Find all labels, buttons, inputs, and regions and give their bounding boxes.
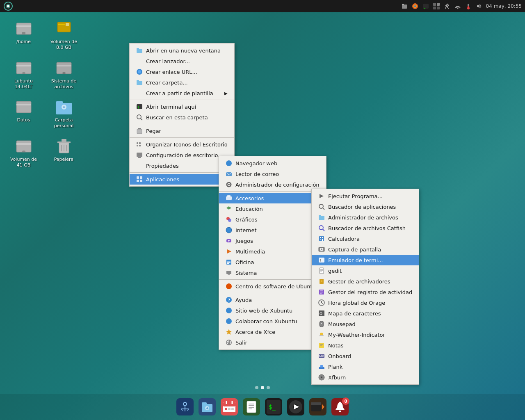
- svg-point-88: [226, 308, 232, 313]
- icon-label-personal: Carpeta personal: [48, 117, 80, 129]
- submenu-system[interactable]: Sistema ▶: [219, 267, 326, 278]
- acc-gedit[interactable]: gedit: [312, 265, 419, 276]
- acc-calculator[interactable]: Calculadora: [312, 233, 419, 244]
- acc-file-manager[interactable]: Administrador de archivos: [312, 212, 419, 223]
- submenu-graphics[interactable]: Gráficos ▶: [219, 214, 326, 225]
- taskbar-calendar[interactable]: [219, 397, 240, 417]
- svg-text:$_: $_: [137, 106, 141, 109]
- menu-create-folder[interactable]: Crear carpeta...: [130, 77, 234, 88]
- temperature-icon[interactable]: [465, 2, 472, 10]
- svg-rect-12: [437, 7, 440, 9]
- svg-rect-104: [322, 239, 323, 241]
- desktop-icon-home[interactable]: /home: [6, 16, 41, 52]
- acc-weather[interactable]: My-Weather-Indicator: [312, 329, 419, 340]
- taskbar-anchor[interactable]: [175, 397, 195, 417]
- svg-rect-65: [140, 180, 142, 182]
- submenu-logout[interactable]: Salir: [219, 337, 326, 348]
- submenu-mail[interactable]: Lector de correo: [219, 169, 326, 179]
- svg-rect-155: [225, 408, 227, 410]
- firefox-icon[interactable]: [411, 2, 419, 10]
- menu-create-launcher[interactable]: Crear lanzador...: [130, 56, 234, 66]
- desktop-icon-vol41gb[interactable]: Volumen de 41 GB: [6, 134, 41, 170]
- datetime-display: 04 may, 20:55: [486, 3, 522, 9]
- submenu-internet[interactable]: Internet ▶: [219, 225, 326, 235]
- taskbar-files[interactable]: [197, 397, 217, 417]
- icon-label-datos: Datos: [17, 117, 30, 123]
- acc-activity-log[interactable]: Gestor del registro de actividad: [312, 287, 419, 297]
- menu-search[interactable]: Buscar en esta carpeta: [130, 112, 234, 123]
- taskbar-media[interactable]: [285, 397, 306, 417]
- workspace-dot-1[interactable]: [255, 386, 258, 389]
- desktop-icon-lubuntu[interactable]: Lubuntu 14.04LT: [6, 56, 41, 92]
- taskbar-video[interactable]: [308, 397, 328, 417]
- menu-create-template[interactable]: Crear a partir de plantilla ▶: [130, 88, 234, 98]
- svg-point-66: [226, 160, 232, 166]
- desktop-icon-datos[interactable]: Datos: [6, 95, 41, 131]
- desktop-icon-trash[interactable]: Papelera: [46, 134, 81, 170]
- acc-xfburn[interactable]: Xfburn: [312, 372, 419, 383]
- acc-catfish[interactable]: Buscador de archivos Catfish: [312, 223, 419, 233]
- acc-orage[interactable]: Hora global de Orage: [312, 297, 419, 308]
- desktop: _: [0, 0, 525, 420]
- xubuntu-logo[interactable]: [3, 1, 13, 11]
- desktop-icon-personal[interactable]: Carpeta personal: [46, 95, 81, 131]
- panel-left: [3, 1, 13, 11]
- submenu-xubuntu-web[interactable]: Sitio web de Xubuntu: [219, 305, 326, 316]
- panel-right: _: [401, 2, 522, 10]
- workspace-dot-3[interactable]: [267, 386, 270, 389]
- workspace-dot-2[interactable]: [261, 386, 264, 389]
- svg-rect-25: [16, 65, 31, 66]
- svg-rect-132: [319, 355, 320, 356]
- files-icon[interactable]: [401, 2, 408, 10]
- menu-paste[interactable]: Pegar: [130, 126, 234, 136]
- submenu-games[interactable]: Juegos ▶: [219, 235, 326, 246]
- acc-notas[interactable]: Notas: [312, 340, 419, 351]
- desktop-icon-vol8gb[interactable]: Volumen de 8,0 GB: [46, 16, 81, 52]
- acc-terminal[interactable]: $_ Emulador de termi...: [312, 255, 419, 265]
- network-icon[interactable]: [454, 2, 461, 10]
- svg-rect-84: [228, 274, 230, 275]
- svg-rect-148: [202, 402, 207, 405]
- submenu-help[interactable]: ? Ayuda: [219, 294, 326, 305]
- menu-create-url[interactable]: Crear enlace URL...: [130, 66, 234, 77]
- svg-point-26: [22, 72, 25, 74]
- menu-organize[interactable]: Organizar Iconos del Escritorio: [130, 139, 234, 150]
- acc-app-finder[interactable]: Buscador de aplicaciones: [312, 201, 419, 212]
- svg-rect-57: [139, 142, 141, 144]
- acc-charmap[interactable]: Ω Mapa de caracteres: [312, 308, 419, 319]
- workspaces-icon[interactable]: [433, 2, 440, 10]
- svg-rect-92: [228, 340, 229, 342]
- acc-mousepad[interactable]: Mousepad: [312, 319, 419, 329]
- acc-onboard[interactable]: Onboard: [312, 351, 419, 361]
- svg-rect-33: [56, 101, 63, 105]
- svg-rect-103: [320, 239, 321, 240]
- submenu-collaborate[interactable]: Colaborar con Xubuntu: [219, 316, 326, 326]
- acc-run-program[interactable]: Ejecutar Programa...: [312, 191, 419, 201]
- submenu-education[interactable]: Educación ▶: [219, 203, 326, 214]
- submenu-ubuntu-software[interactable]: Centro de software de Ubuntu: [219, 281, 326, 292]
- icon-label-lubuntu: Lubuntu 14.04LT: [8, 78, 39, 90]
- submenu-settings-mgr[interactable]: Administrador de configuración: [219, 179, 326, 190]
- terminal-panel-icon[interactable]: _: [422, 2, 429, 10]
- svg-rect-83: [226, 271, 231, 274]
- acc-archiver[interactable]: Gestor de archivadores: [312, 276, 419, 287]
- svg-rect-137: [320, 365, 323, 368]
- volume-icon[interactable]: [475, 2, 483, 10]
- submenu-accessories[interactable]: Accesorios ▶: [219, 193, 326, 203]
- svg-rect-62: [137, 176, 139, 179]
- svg-rect-80: [227, 261, 231, 262]
- taskbar-text-editor[interactable]: [241, 397, 262, 417]
- menu-open-terminal[interactable]: $_ Abrir terminal aquí: [130, 101, 234, 112]
- taskbar-notifications[interactable]: 0: [330, 397, 350, 417]
- acc-screenshot[interactable]: Captura de pantalla: [312, 244, 419, 255]
- submenu-office[interactable]: Oficina ▶: [219, 257, 326, 267]
- submenu-multimedia[interactable]: Multimedia ▶: [219, 246, 326, 257]
- acc-plank[interactable]: Plank: [312, 361, 419, 372]
- bluetooth-icon[interactable]: [443, 2, 451, 10]
- submenu-web-browser[interactable]: Navegador web: [219, 158, 326, 169]
- taskbar-terminal[interactable]: $_: [263, 397, 284, 417]
- submenu-about[interactable]: Acerca de Xfce: [219, 326, 326, 337]
- menu-open-folder[interactable]: Abrir en una nueva ventana: [130, 45, 234, 56]
- desktop-icon-sistema[interactable]: Sistema de archivos: [46, 56, 81, 92]
- svg-rect-102: [322, 237, 323, 238]
